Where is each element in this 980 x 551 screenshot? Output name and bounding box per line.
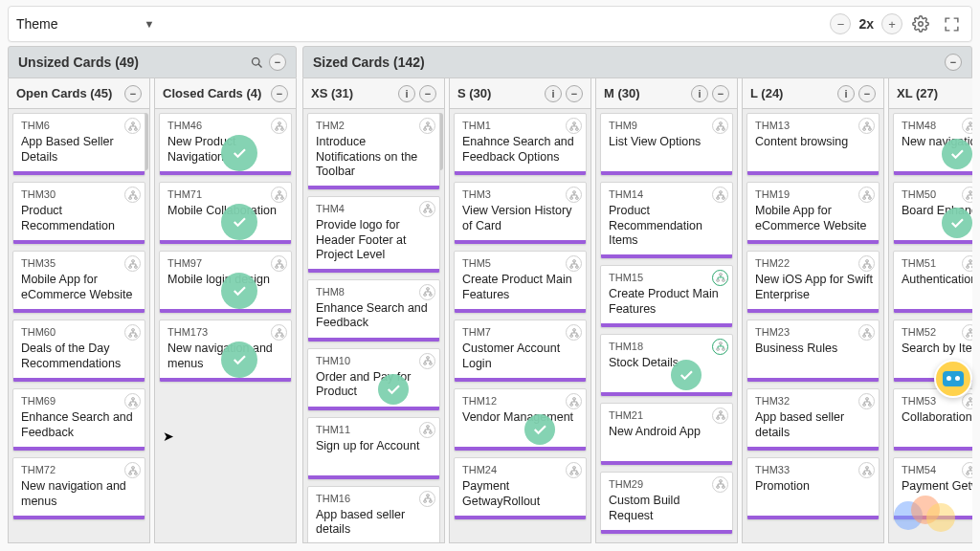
collapse-icon[interactable]: − (712, 85, 729, 102)
card[interactable]: THM33Promotion (746, 457, 880, 520)
card[interactable]: THM14Product Recommendation Items (600, 182, 733, 259)
card[interactable]: THM11Sign up for Account (307, 417, 440, 480)
hierarchy-icon[interactable] (124, 118, 141, 134)
card[interactable]: THM50Board Enhancements (893, 182, 972, 245)
card[interactable]: THM53Collaboration (893, 388, 972, 452)
card[interactable]: THM35Mobile App for eCommerce Website (12, 251, 145, 314)
hierarchy-icon[interactable] (566, 255, 582, 272)
hierarchy-icon[interactable] (419, 201, 435, 217)
hierarchy-icon[interactable] (419, 118, 435, 134)
card[interactable]: THM22New iOS App for Swift Enterprise (746, 251, 880, 314)
card[interactable]: THM10Order and Pay for Product (307, 348, 440, 411)
hierarchy-icon[interactable] (858, 462, 875, 478)
hierarchy-icon[interactable] (962, 324, 972, 341)
info-icon[interactable]: i (691, 85, 708, 102)
card[interactable]: THM4Provide logo for Header Footer at Pr… (307, 196, 440, 274)
card[interactable]: THM1Enahnce Search and Feedback Options (454, 113, 587, 176)
collapse-icon[interactable]: − (269, 54, 286, 71)
card[interactable]: THM12Vendor Management (454, 388, 587, 452)
hierarchy-icon[interactable] (419, 353, 435, 369)
hierarchy-icon[interactable] (712, 339, 728, 355)
collapse-icon[interactable]: − (419, 85, 436, 102)
card[interactable]: THM173New navigation and menus (159, 320, 292, 383)
hierarchy-icon[interactable] (962, 255, 972, 272)
hierarchy-icon[interactable] (858, 255, 875, 272)
hierarchy-icon[interactable] (419, 284, 435, 300)
hierarchy-icon[interactable] (419, 422, 435, 438)
hierarchy-icon[interactable] (712, 187, 728, 203)
card[interactable]: THM9List View Options (600, 113, 733, 176)
card[interactable]: THM21New Android App (600, 403, 733, 466)
zoom-in-button[interactable]: + (881, 13, 902, 34)
card[interactable]: THM69Enhance Search and Feedback (12, 388, 145, 452)
svg-point-1 (252, 57, 259, 65)
hierarchy-icon[interactable] (962, 118, 972, 134)
card[interactable]: THM7Customer Account Login (454, 320, 587, 383)
hierarchy-icon[interactable] (566, 118, 582, 134)
hierarchy-icon[interactable] (858, 393, 875, 409)
card[interactable]: THM3View Version History of Card (454, 182, 587, 245)
info-icon[interactable]: i (398, 85, 415, 102)
card[interactable]: THM6App Based Seller Details (12, 113, 145, 176)
hierarchy-icon[interactable] (858, 187, 875, 203)
hierarchy-icon[interactable] (271, 255, 287, 272)
card[interactable]: THM72New navigation and menus (12, 457, 145, 520)
hierarchy-icon[interactable] (124, 187, 141, 203)
info-icon[interactable]: i (837, 85, 855, 102)
svg-rect-9 (128, 266, 131, 268)
card[interactable]: THM24Payment GetwayRollout (454, 457, 587, 520)
hierarchy-icon[interactable] (566, 324, 582, 341)
hierarchy-icon[interactable] (271, 118, 287, 134)
hierarchy-icon[interactable] (962, 187, 972, 203)
hierarchy-icon[interactable] (124, 393, 141, 409)
hierarchy-icon[interactable] (962, 393, 972, 409)
search-icon[interactable] (248, 54, 265, 71)
card[interactable]: THM5Create Product Main Features (454, 251, 587, 314)
hierarchy-icon[interactable] (271, 187, 287, 203)
card[interactable]: THM18Stock Details (600, 334, 733, 397)
hierarchy-icon[interactable] (271, 324, 287, 341)
hierarchy-icon[interactable] (712, 270, 728, 286)
expand-icon[interactable] (939, 11, 964, 36)
info-icon[interactable]: i (545, 85, 562, 102)
hierarchy-icon[interactable] (566, 393, 582, 409)
hierarchy-icon[interactable] (962, 462, 972, 478)
gear-icon[interactable] (908, 11, 933, 36)
hierarchy-icon[interactable] (124, 255, 141, 272)
card[interactable]: THM19Mobile App for eCommerce Website (746, 182, 880, 245)
card[interactable]: THM30Product Recommendation (12, 182, 145, 245)
zoom-out-button[interactable]: − (830, 13, 851, 34)
collapse-icon[interactable]: − (858, 85, 876, 102)
card[interactable]: THM46New Product Navigation (159, 113, 292, 176)
card[interactable]: THM15Create Product Main Features (600, 265, 733, 328)
hierarchy-icon[interactable] (858, 118, 875, 134)
card[interactable]: THM71Mobile Collaboration (159, 182, 292, 245)
card[interactable]: THM23Business Rules (746, 320, 880, 383)
hierarchy-icon[interactable] (712, 476, 728, 493)
card[interactable]: THM16App based seller details (307, 486, 440, 542)
card[interactable]: THM48New navigation and menus (893, 113, 972, 176)
hierarchy-icon[interactable] (858, 324, 875, 341)
hierarchy-icon[interactable] (124, 462, 141, 478)
collapse-icon[interactable]: − (271, 85, 288, 102)
card[interactable]: THM60Deals of the Day Recommendations (12, 320, 145, 383)
theme-selector[interactable]: Theme ▼ (16, 16, 154, 32)
collapse-icon[interactable]: − (566, 85, 583, 102)
card[interactable]: THM32App based seller details (746, 388, 880, 452)
card[interactable]: THM51Authentication Software (893, 251, 972, 314)
card[interactable]: THM13Content browsing (746, 113, 880, 176)
svg-rect-84 (716, 486, 719, 488)
card[interactable]: THM97Mobile login design (159, 251, 292, 314)
hierarchy-icon[interactable] (712, 118, 728, 134)
hierarchy-icon[interactable] (124, 324, 141, 341)
hierarchy-icon[interactable] (566, 462, 582, 478)
chatbot-button[interactable] (934, 360, 972, 398)
card[interactable]: THM8Enhance Search and Feedback (307, 279, 440, 342)
hierarchy-icon[interactable] (566, 187, 582, 203)
hierarchy-icon[interactable] (419, 491, 435, 507)
hierarchy-icon[interactable] (712, 408, 728, 424)
card[interactable]: THM29Custom Build Request (600, 472, 733, 535)
collapse-icon[interactable]: − (124, 85, 142, 102)
collapse-icon[interactable]: − (945, 54, 962, 71)
card[interactable]: THM2Introduce Notifications on the Toolb… (307, 113, 440, 190)
